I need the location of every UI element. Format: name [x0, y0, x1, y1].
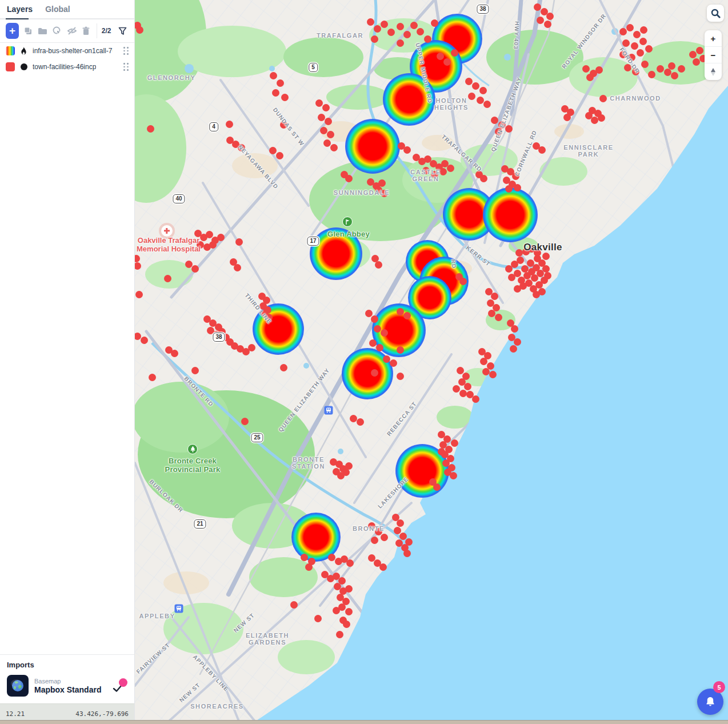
basemap-svg: [135, 0, 728, 724]
tabs-divider: [0, 18, 134, 19]
layer-name-heatmap: infra-bus-shelter-on1call-76-03m...: [33, 47, 113, 55]
window-bottom-edge: [0, 720, 728, 724]
circle-point-icon: [19, 63, 28, 71]
layer-count: 2/2: [102, 27, 111, 35]
folder-icon[interactable]: [38, 25, 47, 37]
heatmap-gradient-swatch[interactable]: [6, 46, 15, 55]
basemap-row[interactable]: Basemap Mapbox Standard: [7, 675, 127, 697]
layer-name-facilities: town-facilities-46incp: [33, 63, 96, 71]
tab-global[interactable]: Global: [45, 5, 70, 18]
compass-reset-north-button[interactable]: [705, 63, 722, 80]
facilities-color-swatch[interactable]: [6, 62, 15, 71]
duplicate-icon[interactable]: [23, 25, 33, 37]
layers-sidebar: Layers Global + 2/2 infra-bus-shelt: [0, 0, 135, 724]
zoom-in-button[interactable]: +: [705, 30, 722, 47]
basemap-name: Mapbox Standard: [34, 685, 101, 694]
filter-funnel-icon[interactable]: [118, 25, 127, 37]
imports-panel: Imports Basemap Mapbox Standard: [0, 654, 134, 703]
basemap-sync-check-icon[interactable]: [113, 679, 127, 692]
map-search-button[interactable]: [707, 5, 724, 22]
basemap-label: Basemap: [34, 678, 101, 685]
basemap-globe-icon: [7, 675, 29, 697]
cursor-coordinates: 43.426,-79.696: [75, 710, 129, 718]
tab-layers[interactable]: Layers: [7, 5, 33, 18]
flame-heatmap-icon: [19, 47, 28, 55]
layer-row-facilities[interactable]: town-facilities-46incp: [0, 59, 134, 75]
map-canvas[interactable]: TRAFALGARGLENORCHYHOLTON HEIGHTSCHARNWOO…: [135, 0, 728, 724]
basemap-status-dot: [119, 678, 127, 687]
sidebar-tabs: Layers Global: [0, 0, 134, 18]
add-layer-button[interactable]: +: [6, 23, 19, 39]
map-zoom-control: + −: [705, 30, 722, 80]
drag-handle[interactable]: [123, 47, 129, 55]
notification-badge: 5: [713, 681, 725, 693]
drag-handle[interactable]: [123, 63, 129, 71]
layers-toolbar: + 2/2: [0, 19, 134, 42]
layer-row-heatmap[interactable]: infra-bus-shelter-on1call-76-03m...: [0, 43, 134, 59]
select-feature-icon[interactable]: [52, 25, 62, 37]
imports-heading: Imports: [7, 661, 127, 669]
delete-trash-icon[interactable]: [82, 25, 91, 37]
hide-layer-eye-off-icon[interactable]: [67, 25, 77, 37]
bell-icon: [705, 696, 716, 708]
toolbar-divider: [97, 23, 97, 38]
sidebar-empty-area: [0, 75, 134, 654]
search-icon: [711, 9, 721, 18]
zoom-out-button[interactable]: −: [705, 47, 722, 63]
zoom-level-value: 12.21: [6, 710, 25, 718]
